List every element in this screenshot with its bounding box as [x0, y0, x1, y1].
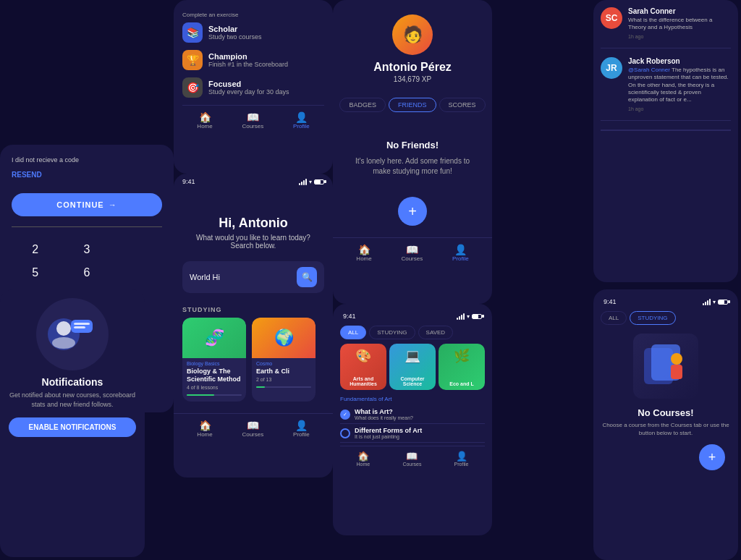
ctab-studying[interactable]: STUDYING: [369, 326, 415, 339]
greeting-text: Hi, Antonio: [185, 216, 321, 231]
p4-nav-profile[interactable]: 👤 Profile: [452, 244, 469, 262]
key-2[interactable]: 2: [12, 240, 59, 259]
key-5[interactable]: 5: [12, 263, 59, 282]
p3-nav-profile[interactable]: 👤 Profile: [293, 420, 310, 438]
notif-sub: Get notified about new courses, scoreboa…: [9, 391, 136, 409]
signal-icon: [299, 179, 307, 185]
svg-rect-5: [74, 326, 85, 328]
scholar-icon: 📚: [182, 22, 203, 43]
biology-category: Biology Basics: [182, 358, 246, 368]
p5-nav-home[interactable]: 🏠 Home: [357, 451, 370, 467]
forum-item-jack: JR Jack Roberson @Sarah Conner The hypot…: [601, 57, 731, 121]
nav-home[interactable]: 🏠 Home: [197, 111, 212, 130]
key-6[interactable]: 6: [63, 263, 110, 282]
home-search-panel: 9:41 ▾ Hi, Antonio What would you like t…: [174, 174, 333, 478]
add-friend-button[interactable]: +: [398, 197, 427, 226]
lesson-sub-2: It is not just painting: [355, 434, 422, 439]
focused-title: Focused: [208, 80, 289, 88]
course-list-panel: 9:41 ▾ ALL STUDYING SAVED 🎨 Arts andHuma…: [333, 304, 492, 535]
nav-profile[interactable]: 👤 Profile: [293, 111, 310, 130]
subtitle-text: What would you like to learn today? Sear…: [185, 234, 321, 250]
profile-tabs: BADGES FRIENDS SCORES: [333, 92, 492, 118]
sarah-name: Sarah Conner: [628, 7, 731, 15]
signal-icon-8: [703, 299, 711, 305]
champion-sub: Finish #1 in the Scoreboard: [208, 61, 288, 68]
stab-all[interactable]: ALL: [601, 311, 627, 325]
biology-progress: [187, 394, 242, 396]
search-button[interactable]: 🔍: [297, 267, 317, 287]
no-courses-svg: [640, 341, 691, 391]
courses-icon: 📖: [242, 111, 263, 123]
achievement-champion: 🏆 Champion Finish #1 in the Scoreboard: [182, 50, 324, 70]
subject-tiles: 🎨 Arts andHumanities 💻 ComputerScience 🌿…: [340, 344, 485, 390]
svg-point-2: [52, 337, 75, 349]
battery-icon-8: [718, 300, 728, 305]
p4-home-icon: 🏠: [356, 244, 371, 255]
status-time-5: 9:41: [343, 313, 356, 320]
course-tabs: ALL STUDYING SAVED: [340, 326, 485, 339]
key-3[interactable]: 3: [63, 240, 110, 259]
lesson-group-title: Fundamentals of Art: [340, 396, 485, 402]
cosmo-category: Cosmo: [252, 358, 316, 368]
mention-sarah[interactable]: @Sarah Conner: [628, 67, 670, 73]
tab-badges[interactable]: BADGES: [339, 98, 386, 112]
p5-nav-courses[interactable]: 📖 Courses: [402, 451, 421, 467]
p5-nav-profile[interactable]: 👤 Profile: [454, 451, 469, 467]
p4-profile-icon: 👤: [452, 244, 469, 255]
p3-nav-courses[interactable]: 📖 Courses: [242, 420, 263, 438]
jack-avatar: JR: [601, 57, 622, 79]
p4-nav-courses[interactable]: 📖 Courses: [401, 244, 423, 262]
nav-courses[interactable]: 📖 Courses: [242, 111, 263, 130]
subject-arts[interactable]: 🎨 Arts andHumanities: [340, 344, 386, 390]
jack-text: @Sarah Conner The hypothesis is an unpro…: [628, 67, 731, 104]
cs-emoji: 💻: [405, 348, 420, 364]
scholar-title: Scholar: [208, 25, 262, 33]
stab-studying[interactable]: STUDYING: [630, 311, 675, 325]
continue-button[interactable]: CONTINUE →: [12, 193, 162, 216]
notif-illustration: [36, 298, 109, 370]
course-cosmo[interactable]: 🌍 Cosmo Earth & Cli 2 of 13: [252, 318, 316, 402]
status-icons-3: ▾: [299, 179, 324, 185]
cosmo-lessons: 2 of 13: [252, 376, 316, 383]
no-courses-sub: Choose a course from the Courses tab or …: [601, 421, 731, 437]
subject-eco[interactable]: 🌿 Eco and L: [439, 344, 485, 390]
p4-nav-home[interactable]: 🏠 Home: [356, 244, 371, 262]
p3-courses-icon: 📖: [242, 420, 263, 431]
no-friends-title: No Friends!: [350, 140, 475, 150]
resend-button[interactable]: RESEND: [12, 171, 162, 179]
search-input[interactable]: [190, 273, 292, 281]
wifi-icon-8: ▾: [713, 299, 716, 305]
p3-nav-home[interactable]: 🏠 Home: [197, 420, 212, 438]
lesson-what-is-art[interactable]: ✓ What is Art? What does it really mean?: [340, 405, 485, 424]
biology-lessons: 4 of 8 lessons: [182, 383, 246, 391]
profile-panel: 🧑 Antonio Pérez 134,679 XP BADGES FRIEND…: [333, 0, 492, 304]
search-header: Hi, Antonio What would you like to learn…: [174, 187, 333, 261]
champion-title: Champion: [208, 52, 288, 61]
enable-notifications-button[interactable]: ENABLE NOTIFICATIONS: [9, 417, 136, 437]
ctab-all[interactable]: ALL: [340, 326, 366, 339]
profile-xp: 134,679 XP: [344, 75, 480, 83]
tab-scores[interactable]: SCORES: [439, 98, 486, 112]
add-course-button[interactable]: +: [699, 444, 725, 470]
saved-tabs: ALL STUDYING: [601, 311, 731, 325]
status-icons-8: ▾: [703, 299, 728, 305]
tab-friends[interactable]: FRIENDS: [389, 98, 436, 112]
status-time-8: 9:41: [604, 298, 617, 305]
biology-img: 🧬: [182, 318, 246, 358]
subject-cs[interactable]: 💻 ComputerScience: [389, 344, 436, 390]
lesson-forms-of-art[interactable]: Different Forms of Art It is not just pa…: [340, 424, 485, 443]
search-box[interactable]: 🔍: [182, 261, 324, 293]
biology-title: Biology & The Scientific Method: [182, 368, 246, 383]
p5-home-icon: 🏠: [357, 451, 370, 462]
course-list-nav: 🏠 Home 📖 Courses 👤 Profile: [340, 446, 485, 467]
focused-icon: 🎯: [182, 77, 203, 98]
studying-label: STUDYING: [174, 302, 333, 318]
avatar: 🧑: [392, 14, 433, 55]
course-biology[interactable]: 🧬 Biology Basics Biology & The Scientifi…: [182, 318, 246, 402]
courses-row: 🧬 Biology Basics Biology & The Scientifi…: [174, 318, 333, 402]
sarah-text: What is the difference between a Theory …: [628, 17, 731, 32]
jack-time: 1h ago: [628, 106, 731, 111]
focused-sub: Study every day for 30 days: [208, 88, 289, 96]
status-icons-5: ▾: [457, 313, 482, 320]
ctab-saved[interactable]: SAVED: [418, 326, 454, 339]
